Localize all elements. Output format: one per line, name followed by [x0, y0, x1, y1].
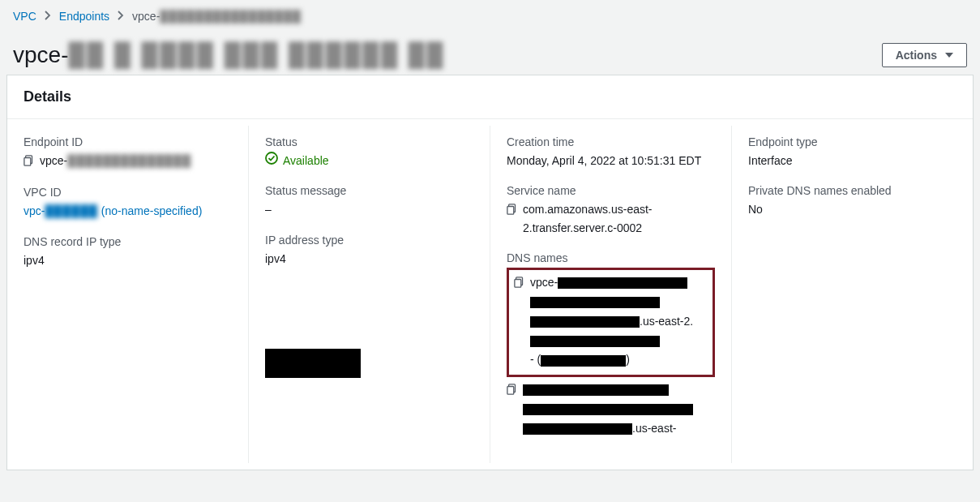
details-grid: Endpoint ID vpce-██████████████ VPC ID v…	[7, 119, 973, 470]
field-endpoint-type: Endpoint type Interface	[748, 135, 956, 169]
breadcrumb: VPC Endpoints vpce-████████████████	[0, 0, 980, 29]
dns-names-label: DNS names	[507, 251, 715, 264]
copy-icon[interactable]	[24, 153, 35, 171]
svg-rect-8	[507, 387, 514, 395]
endpoint-id-label: Endpoint ID	[24, 135, 232, 148]
copy-icon[interactable]	[514, 275, 525, 294]
details-panel: Details Endpoint ID vpce-██████████████ …	[6, 75, 974, 470]
details-col-3: Creation time Monday, April 4, 2022 at 1…	[490, 126, 731, 463]
dns-record-ip-type-value: ipv4	[24, 251, 232, 269]
endpoint-id-value: vpce-██████████████	[40, 152, 191, 169]
check-circle-icon	[265, 152, 278, 169]
field-ip-address-type: IP address type ipv4	[265, 234, 473, 268]
field-service-name: Service name com.amazonaws.us-east-2.tra…	[507, 184, 715, 237]
creation-time-value: Monday, April 4, 2022 at 10:51:31 EDT	[507, 152, 715, 169]
status-value-row: Available	[265, 152, 329, 169]
field-dns-names: DNS names vpce- .us-east-2. - ()	[507, 251, 715, 438]
dns-names-highlight-box: vpce- .us-east-2. - ()	[507, 268, 715, 377]
svg-rect-4	[507, 207, 514, 215]
caret-down-icon	[945, 53, 953, 58]
field-creation-time: Creation time Monday, April 4, 2022 at 1…	[507, 135, 715, 169]
redacted-block	[265, 349, 361, 378]
vpc-id-link[interactable]: vpc-██████ (no-name-specified)	[24, 204, 202, 217]
dns-record-ip-type-label: DNS record IP type	[24, 235, 232, 248]
creation-time-label: Creation time	[507, 135, 715, 148]
status-value: Available	[283, 152, 329, 169]
field-dns-record-ip-type: DNS record IP type ipv4	[24, 235, 232, 269]
ip-address-type-label: IP address type	[265, 234, 473, 247]
endpoint-type-value: Interface	[748, 152, 956, 169]
private-dns-value: No	[748, 200, 956, 218]
details-col-4: Endpoint type Interface Private DNS name…	[731, 126, 973, 463]
breadcrumb-vpc[interactable]: VPC	[13, 10, 36, 23]
service-name-label: Service name	[507, 184, 715, 197]
actions-button[interactable]: Actions	[882, 43, 967, 67]
vpc-id-label: VPC ID	[24, 186, 232, 199]
svg-point-2	[266, 152, 277, 164]
svg-rect-1	[24, 158, 31, 166]
ip-address-type-value: ipv4	[265, 250, 473, 268]
copy-icon[interactable]	[507, 382, 518, 401]
field-endpoint-id: Endpoint ID vpce-██████████████	[24, 135, 232, 171]
service-name-value: com.amazonaws.us-east-2.transfer.server.…	[523, 200, 715, 237]
breadcrumb-current: vpce-████████████████	[132, 10, 302, 23]
endpoint-type-label: Endpoint type	[748, 135, 956, 148]
actions-label: Actions	[896, 49, 937, 62]
breadcrumb-endpoints[interactable]: Endpoints	[59, 10, 109, 23]
chevron-right-icon	[118, 10, 124, 23]
field-private-dns: Private DNS names enabled No	[748, 184, 956, 218]
status-message-value: –	[265, 200, 473, 218]
field-status: Status Available	[265, 135, 473, 169]
dns-name-1: vpce- .us-east-2. - ()	[530, 273, 708, 370]
page-title: vpce-██ █ ████ ███ ██████ ██	[13, 42, 445, 68]
private-dns-label: Private DNS names enabled	[748, 184, 956, 197]
status-message-label: Status message	[265, 184, 473, 197]
field-vpc-id: VPC ID vpc-██████ (no-name-specified)	[24, 186, 232, 220]
details-col-1: Endpoint ID vpce-██████████████ VPC ID v…	[7, 126, 248, 463]
panel-title: Details	[24, 88, 956, 105]
chevron-right-icon	[45, 10, 51, 23]
copy-icon[interactable]	[507, 202, 518, 220]
page-header: vpce-██ █ ████ ███ ██████ ██ Actions	[0, 29, 980, 75]
field-status-message: Status message –	[265, 184, 473, 218]
dns-name-2: .us-east-	[523, 380, 715, 438]
status-label: Status	[265, 135, 473, 148]
details-col-2: Status Available Status message – IP add…	[248, 126, 490, 463]
svg-rect-6	[515, 280, 521, 288]
panel-header: Details	[7, 75, 973, 119]
